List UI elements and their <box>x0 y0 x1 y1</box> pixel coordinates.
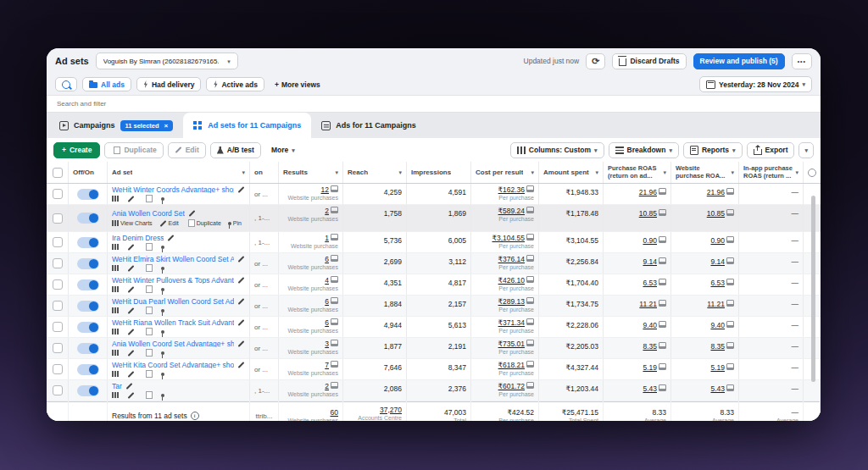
view-charts-action[interactable] <box>112 196 120 202</box>
chart-popup-icon[interactable] <box>331 382 338 389</box>
view-charts-action[interactable] <box>112 329 120 335</box>
tab-adsets[interactable]: Ad sets for 11 Campaigns <box>183 113 311 138</box>
edit-name-pencil-icon[interactable] <box>238 340 245 347</box>
adset-name-link[interactable]: Tar <box>112 382 122 390</box>
off-on-toggle[interactable] <box>77 237 99 248</box>
account-dropdown[interactable]: Voguish By Simran (26028182679165... ▾ <box>96 53 238 69</box>
chart-popup-icon[interactable] <box>659 279 666 285</box>
edit-name-pencil-icon[interactable] <box>238 256 245 263</box>
chart-popup-icon[interactable] <box>526 361 534 368</box>
view-charts-action[interactable] <box>112 244 120 250</box>
chart-popup-icon[interactable] <box>659 363 666 370</box>
review-publish-button[interactable]: Review and publish (5) <box>693 53 785 69</box>
chart-popup-icon[interactable] <box>726 363 734 370</box>
row-checkbox[interactable] <box>53 189 63 199</box>
adset-name-link[interactable]: WeHit Dua Pearl Wollen Coord Set Advanta… <box>112 297 234 305</box>
chart-popup-icon[interactable] <box>659 321 666 328</box>
select-all-checkbox[interactable] <box>53 168 63 178</box>
edit-button[interactable]: Edit <box>168 142 206 158</box>
adset-name-link[interactable]: Ania Wollen Coord Set <box>112 209 185 218</box>
chart-popup-icon[interactable] <box>331 255 338 262</box>
adset-name-link[interactable]: Ania Wollen Coord Set Advantage+ shoppin… <box>112 340 234 347</box>
pin-action[interactable] <box>161 197 166 201</box>
row-checkbox[interactable] <box>53 364 63 374</box>
pin-action[interactable] <box>161 394 166 397</box>
row-checkbox[interactable] <box>53 258 63 268</box>
edit-name-pencil-icon[interactable] <box>125 383 132 390</box>
chart-popup-icon[interactable] <box>659 257 666 264</box>
adset-name-link[interactable]: Ira Denim Dress <box>112 234 164 241</box>
col-purchase-roas[interactable]: Purchase ROAS (return on ad...▾ <box>604 162 671 183</box>
chart-popup-icon[interactable] <box>726 209 734 216</box>
chart-popup-icon[interactable] <box>331 340 338 346</box>
edit-action[interactable] <box>127 352 136 354</box>
chart-popup-icon[interactable] <box>526 207 534 213</box>
duplicate-action[interactable] <box>143 243 154 251</box>
chart-popup-icon[interactable] <box>331 276 338 283</box>
off-on-toggle[interactable] <box>77 258 99 269</box>
duplicate-action[interactable] <box>143 391 154 399</box>
edit-action[interactable] <box>127 331 136 333</box>
col-cost-per-result[interactable]: Cost per result▾ <box>471 162 539 183</box>
export-options-button[interactable]: ▾ <box>798 142 814 158</box>
row-checkbox[interactable] <box>53 343 63 353</box>
view-charts-action[interactable] <box>112 371 120 377</box>
chart-popup-icon[interactable] <box>726 342 734 349</box>
view-charts-action[interactable] <box>112 265 120 271</box>
edit-action[interactable]: Edit <box>159 220 179 226</box>
header-more-button[interactable]: ••• <box>792 53 812 69</box>
pin-action[interactable] <box>161 330 166 334</box>
row-checkbox[interactable] <box>53 322 63 332</box>
export-button[interactable]: Export <box>747 142 795 158</box>
duplicate-action[interactable] <box>143 307 154 314</box>
edit-name-pencil-icon[interactable] <box>168 235 175 241</box>
view-active-ads[interactable]: Active ads <box>206 77 264 91</box>
pin-action[interactable]: Pin <box>228 220 242 226</box>
duplicate-action[interactable] <box>143 370 154 378</box>
close-icon[interactable]: × <box>164 122 169 130</box>
view-all-ads[interactable]: All ads <box>82 77 131 91</box>
edit-name-pencil-icon[interactable] <box>238 277 245 284</box>
chart-popup-icon[interactable] <box>526 185 534 192</box>
off-on-toggle[interactable] <box>77 343 99 354</box>
chart-popup-icon[interactable] <box>331 361 338 368</box>
chart-popup-icon[interactable] <box>726 384 734 391</box>
row-checkbox[interactable] <box>53 279 63 290</box>
edit-name-pencil-icon[interactable] <box>238 298 245 305</box>
col-website-roas[interactable]: Website purchase ROA...▾ <box>671 162 739 183</box>
view-charts-action[interactable] <box>112 307 120 313</box>
row-checkbox[interactable] <box>53 301 63 311</box>
pin-action[interactable] <box>161 246 166 249</box>
duplicate-action[interactable] <box>143 328 154 335</box>
off-on-toggle[interactable] <box>77 189 99 200</box>
more-views-button[interactable]: + More views <box>270 80 326 90</box>
pin-action[interactable] <box>161 309 166 312</box>
selected-count-badge[interactable]: 11 selected × <box>120 120 174 131</box>
refresh-button[interactable]: ⟳ <box>586 53 605 69</box>
off-on-toggle[interactable] <box>77 213 99 224</box>
row-checkbox[interactable] <box>53 237 63 247</box>
edit-name-pencil-icon[interactable] <box>188 210 195 217</box>
chart-popup-icon[interactable] <box>331 297 338 304</box>
info-icon[interactable]: i <box>191 412 199 420</box>
view-had-delivery[interactable]: Had delivery <box>136 77 202 91</box>
date-range-button[interactable]: Yesterday: 28 Nov 2024 ▾ <box>699 76 812 92</box>
chart-popup-icon[interactable] <box>331 234 338 241</box>
view-charts-action[interactable] <box>112 350 120 356</box>
chart-popup-icon[interactable] <box>331 318 338 325</box>
chart-popup-icon[interactable] <box>526 382 534 389</box>
off-on-toggle[interactable] <box>77 279 99 290</box>
duplicate-action[interactable]: Duplicate <box>186 219 221 227</box>
col-settings[interactable] <box>804 162 821 183</box>
col-inapp-roas[interactable]: In-app purchase ROAS (return ...▾ <box>739 162 804 183</box>
chart-popup-icon[interactable] <box>659 300 666 307</box>
col-results[interactable]: Results▾ <box>279 162 343 183</box>
off-on-toggle[interactable] <box>77 301 99 312</box>
edit-action[interactable] <box>127 289 136 290</box>
chart-popup-icon[interactable] <box>526 234 534 241</box>
edit-action[interactable] <box>127 395 136 396</box>
chart-popup-icon[interactable] <box>726 300 734 307</box>
chart-popup-icon[interactable] <box>526 297 534 304</box>
chart-popup-icon[interactable] <box>659 209 666 216</box>
duplicate-action[interactable] <box>143 264 154 272</box>
